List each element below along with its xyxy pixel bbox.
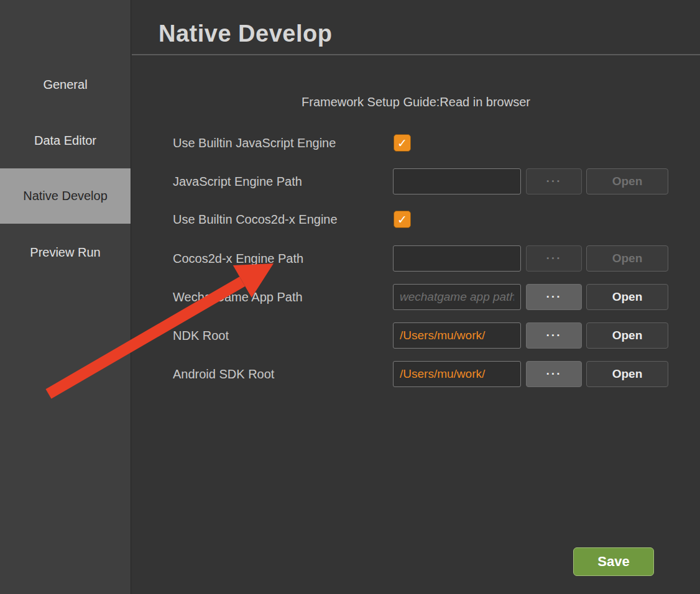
field-label: Use Builtin JavaScript Engine xyxy=(173,130,336,156)
use-builtin-js-checkbox[interactable]: ✓ xyxy=(394,134,411,152)
sidebar-item-data-editor[interactable]: Data Editor xyxy=(0,127,131,154)
cocos-engine-open-button[interactable]: Open xyxy=(586,245,668,272)
use-builtin-cocos-checkbox[interactable]: ✓ xyxy=(394,211,411,228)
framework-guide-link[interactable]: Framework Setup Guide:Read in browser xyxy=(132,95,700,109)
field-label: Android SDK Root xyxy=(173,361,274,387)
android-sdk-root-input[interactable] xyxy=(393,361,521,387)
checkmark-icon: ✓ xyxy=(397,214,407,226)
android-sdk-open-button[interactable]: Open xyxy=(586,361,668,387)
wechatgame-path-input[interactable] xyxy=(393,284,521,310)
js-engine-browse-button[interactable]: ··· xyxy=(526,168,582,194)
wechatgame-open-button[interactable]: Open xyxy=(586,284,668,310)
page-title: Native Develop xyxy=(159,21,332,47)
header-divider xyxy=(132,54,700,55)
save-button[interactable]: Save xyxy=(573,547,654,576)
field-label: NDK Root xyxy=(173,322,229,349)
form-row-use-builtin-cocos: Use Builtin Cocos2d-x Engine ✓ xyxy=(132,206,700,232)
form-row-use-builtin-js: Use Builtin JavaScript Engine ✓ xyxy=(132,130,700,156)
wechatgame-browse-button[interactable]: ··· xyxy=(526,284,582,310)
ndk-root-input[interactable] xyxy=(393,322,521,349)
ndk-open-button[interactable]: Open xyxy=(586,322,668,349)
js-engine-path-input[interactable] xyxy=(393,168,521,194)
form-row-cocos-engine-path: Cocos2d-x Engine Path ··· Open xyxy=(132,245,700,272)
field-label: Use Builtin Cocos2d-x Engine xyxy=(173,206,338,232)
field-label: Cocos2d-x Engine Path xyxy=(173,245,303,272)
sidebar: General Data Editor Native Develop Previ… xyxy=(0,0,131,594)
form-row-js-engine-path: JavaScript Engine Path ··· Open xyxy=(132,168,700,194)
sidebar-item-general[interactable]: General xyxy=(0,71,131,98)
js-engine-open-button[interactable]: Open xyxy=(586,168,668,194)
form-row-ndk-root: NDK Root ··· Open xyxy=(132,322,700,349)
checkmark-icon: ✓ xyxy=(397,137,407,149)
form-row-android-sdk-root: Android SDK Root ··· Open xyxy=(132,361,700,387)
field-label: WechatGame App Path xyxy=(173,284,303,310)
sidebar-item-preview-run[interactable]: Preview Run xyxy=(0,239,131,266)
ndk-browse-button[interactable]: ··· xyxy=(526,322,582,349)
cocos-engine-browse-button[interactable]: ··· xyxy=(526,245,582,272)
sidebar-item-native-develop[interactable]: Native Develop xyxy=(0,168,131,224)
cocos-engine-path-input[interactable] xyxy=(393,245,521,272)
android-sdk-browse-button[interactable]: ··· xyxy=(526,361,582,387)
field-label: JavaScript Engine Path xyxy=(173,168,302,194)
form-row-wechatgame-path: WechatGame App Path ··· Open xyxy=(132,284,700,310)
preferences-window: General Data Editor Native Develop Previ… xyxy=(0,0,700,594)
